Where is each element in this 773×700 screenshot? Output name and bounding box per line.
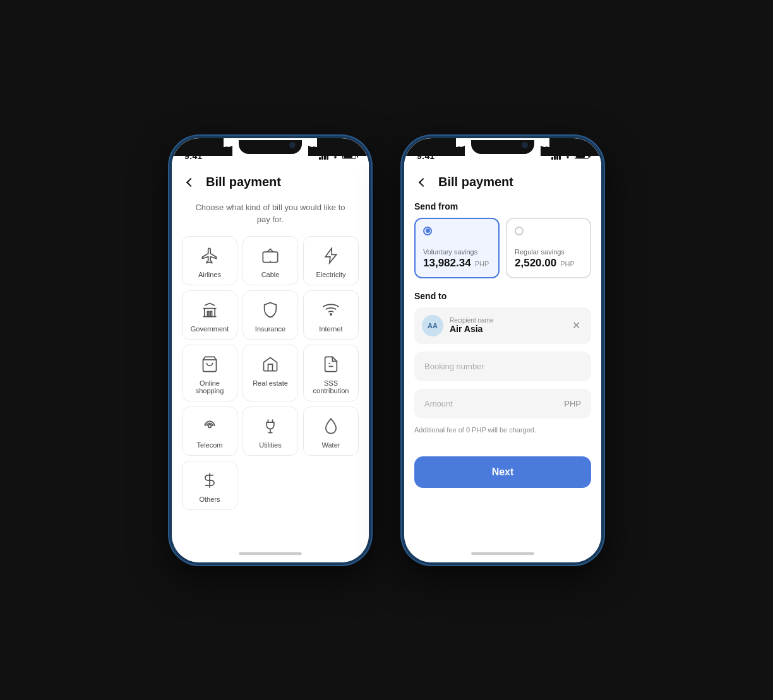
recipient-row: AA Recipient name Air Asia ✕ <box>414 307 591 344</box>
signal-icon <box>200 416 220 436</box>
page-title-1: Bill payment <box>206 175 281 189</box>
category-label: Government <box>191 325 229 333</box>
svg-rect-1 <box>263 252 277 262</box>
category-insurance[interactable]: Insurance <box>243 290 298 340</box>
category-sss[interactable]: SSS contribution <box>303 345 359 401</box>
wifi-category-icon <box>321 300 341 320</box>
back-button-2[interactable] <box>414 174 432 191</box>
category-grid: Airlines Cable Electricity <box>182 236 359 510</box>
category-internet[interactable]: Internet <box>303 290 359 340</box>
booking-number-placeholder: Booking number <box>424 362 484 371</box>
page-header-2: Bill payment <box>414 166 591 201</box>
plane-icon <box>200 246 220 266</box>
home-indicator-1 <box>172 545 369 562</box>
radio-selected <box>423 227 432 235</box>
document-icon <box>321 354 341 374</box>
recipient-avatar: AA <box>422 315 443 336</box>
category-label: Airlines <box>198 271 221 278</box>
amount-field[interactable]: Amount PHP <box>414 389 591 418</box>
svg-point-0 <box>335 157 336 158</box>
account-amount-1: 13,982.34 <box>423 257 471 270</box>
category-label: Cable <box>261 271 280 278</box>
category-water[interactable]: Water <box>303 406 359 456</box>
account-currency-2: PHP <box>560 260 575 268</box>
category-telecom[interactable]: Telecom <box>182 406 237 456</box>
recipient-name: Air Asia <box>450 324 562 334</box>
svg-point-4 <box>330 313 332 314</box>
booking-number-field[interactable]: Booking number <box>414 352 591 381</box>
building-icon <box>200 300 220 320</box>
plug-icon <box>260 416 280 436</box>
category-label: SSS contribution <box>309 379 353 394</box>
category-cable[interactable]: Cable <box>243 236 298 285</box>
category-electricity[interactable]: Electricity <box>303 236 359 285</box>
bolt-icon <box>321 246 341 266</box>
svg-rect-3 <box>210 311 212 316</box>
tv-icon <box>260 246 280 266</box>
subtitle-1: Choose what kind of bill you would like … <box>182 201 359 226</box>
category-label: Utilities <box>259 441 281 449</box>
phone-2: 9:41 <box>402 136 604 565</box>
category-label: Internet <box>319 325 342 333</box>
radio-empty <box>515 227 524 235</box>
category-label: Others <box>199 495 220 503</box>
category-label: Electricity <box>316 271 345 278</box>
home-icon <box>260 354 280 374</box>
category-label: Telecom <box>197 441 223 449</box>
svg-point-7 <box>567 157 568 158</box>
recipient-info: Recipient name Air Asia <box>450 317 562 334</box>
account-card-1[interactable]: Voluntary savings 13,982.34 PHP <box>414 218 500 278</box>
send-from-label: Send from <box>414 201 591 211</box>
back-button-1[interactable] <box>182 174 200 191</box>
category-label: Insurance <box>255 325 285 333</box>
account-amount-2: 2,520.00 <box>515 257 556 270</box>
account-card-2[interactable]: Regular savings 2,520.00 PHP <box>506 218 591 278</box>
account-currency-1: PHP <box>475 260 489 268</box>
svg-rect-2 <box>208 311 209 316</box>
water-icon <box>321 416 341 436</box>
category-airlines[interactable]: Airlines <box>182 236 237 285</box>
category-label: Real estate <box>253 379 288 387</box>
account-type-1: Voluntary savings <box>423 248 491 256</box>
cart-icon <box>200 354 220 374</box>
home-indicator-2 <box>404 545 601 562</box>
category-utilities[interactable]: Utilities <box>243 406 298 456</box>
svg-point-5 <box>208 424 212 427</box>
scene: 9:41 <box>144 110 629 590</box>
page-header-1: Bill payment <box>182 166 359 201</box>
category-online-shopping[interactable]: Online shopping <box>182 345 237 401</box>
close-recipient-button[interactable]: ✕ <box>568 318 584 333</box>
next-button[interactable]: Next <box>414 456 591 488</box>
recipient-name-label: Recipient name <box>450 317 562 324</box>
category-label: Online shopping <box>188 379 232 394</box>
amount-placeholder: Amount <box>424 399 453 408</box>
account-cards: Voluntary savings 13,982.34 PHP Regular … <box>414 218 591 278</box>
fee-note: Additional fee of 0 PHP will be charged. <box>414 426 591 434</box>
amount-suffix: PHP <box>564 399 581 408</box>
category-government[interactable]: Government <box>182 290 237 340</box>
shield-icon <box>260 300 280 320</box>
dollar-icon <box>200 470 220 490</box>
category-label: Water <box>322 441 340 449</box>
page-title-2: Bill payment <box>438 175 513 189</box>
category-others[interactable]: Others <box>182 461 237 510</box>
send-to-label: Send to <box>414 291 591 301</box>
phone-1: 9:41 <box>169 136 371 565</box>
category-real-estate[interactable]: Real estate <box>243 345 298 401</box>
account-type-2: Regular savings <box>515 248 582 256</box>
